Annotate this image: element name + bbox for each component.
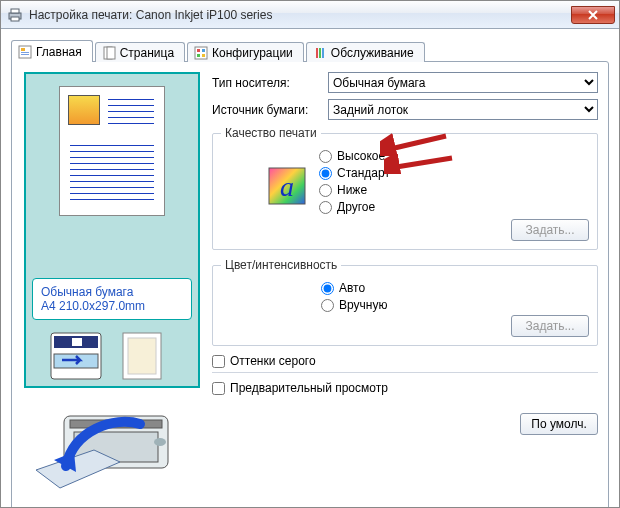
quality-high-radio[interactable] — [319, 150, 332, 163]
quality-icon: a — [267, 166, 307, 209]
svg-rect-5 — [21, 52, 29, 53]
media-type-select[interactable]: Обычная бумага — [328, 72, 598, 93]
preview-checkbox[interactable] — [212, 382, 225, 395]
grayscale-checkbox[interactable] — [212, 355, 225, 368]
main-panel: Обычная бумага A4 210.0x297.0mm — [11, 61, 609, 508]
preview-frame: Обычная бумага A4 210.0x297.0mm — [24, 72, 200, 388]
quality-legend: Качество печати — [221, 126, 321, 140]
svg-rect-2 — [11, 17, 19, 21]
quality-group: Качество печати — [212, 126, 598, 250]
tab-label: Обслуживание — [331, 46, 414, 60]
quality-low-radio[interactable] — [319, 184, 332, 197]
printer-icon — [7, 7, 23, 23]
titlebar: Настройка печати: Canon Inkjet iP100 ser… — [1, 1, 619, 29]
color-group: Цвет/интенсивность Авто Вручную Задать..… — [212, 258, 598, 346]
quality-set-button[interactable]: Задать... — [511, 219, 589, 241]
quality-standard-label: Стандарт — [337, 166, 390, 180]
svg-rect-9 — [195, 47, 207, 59]
svg-rect-4 — [21, 48, 25, 51]
color-set-button[interactable]: Задать... — [511, 315, 589, 337]
svg-rect-10 — [197, 49, 200, 52]
tab-label: Конфигурации — [212, 46, 293, 60]
paper-size-text: A4 210.0x297.0mm — [41, 299, 183, 313]
tab-service[interactable]: Обслуживание — [306, 42, 425, 62]
svg-text:a: a — [280, 171, 294, 202]
svg-rect-8 — [107, 47, 115, 59]
tab-main[interactable]: Главная — [11, 40, 93, 62]
tab-label: Главная — [36, 45, 82, 59]
svg-rect-6 — [21, 54, 29, 55]
tab-page[interactable]: Страница — [95, 42, 185, 62]
color-auto-radio[interactable] — [321, 282, 334, 295]
color-legend: Цвет/интенсивность — [221, 258, 341, 272]
svg-rect-12 — [197, 54, 200, 57]
media-type-label: Тип носителя: — [212, 76, 328, 90]
paper-preview — [59, 86, 165, 216]
svg-rect-13 — [202, 54, 205, 57]
defaults-button[interactable]: По умолч. — [520, 413, 598, 435]
feed-thumb-2[interactable] — [122, 332, 174, 380]
feed-thumb-1[interactable] — [50, 332, 102, 380]
quality-standard-radio[interactable] — [319, 167, 332, 180]
tab-label: Страница — [120, 46, 174, 60]
svg-rect-19 — [72, 338, 82, 346]
svg-rect-14 — [316, 48, 318, 58]
svg-marker-27 — [36, 450, 120, 488]
quality-high-label: Высокое — [337, 149, 385, 163]
tab-strip: Главная Страница Конфигурации Обслуживан… — [11, 37, 609, 61]
svg-rect-15 — [319, 48, 321, 58]
color-manual-label: Вручную — [339, 298, 387, 312]
preview-label: Предварительный просмотр — [230, 381, 388, 395]
paper-type-text: Обычная бумага — [41, 285, 183, 299]
paper-source-select[interactable]: Задний лоток — [328, 99, 598, 120]
svg-rect-11 — [202, 49, 205, 52]
window-title: Настройка печати: Canon Inkjet iP100 ser… — [29, 8, 272, 22]
close-button[interactable] — [571, 6, 615, 24]
quality-low-label: Ниже — [337, 183, 367, 197]
svg-rect-16 — [322, 48, 324, 58]
quality-other-label: Другое — [337, 200, 375, 214]
paper-source-label: Источник бумаги: — [212, 103, 328, 117]
svg-rect-1 — [11, 9, 19, 13]
quality-other-radio[interactable] — [319, 201, 332, 214]
printer-illustration — [24, 398, 200, 497]
svg-point-26 — [154, 438, 166, 446]
grayscale-label: Оттенки серого — [230, 354, 316, 368]
color-manual-radio[interactable] — [321, 299, 334, 312]
svg-rect-22 — [128, 338, 156, 374]
tab-config[interactable]: Конфигурации — [187, 42, 304, 62]
color-auto-label: Авто — [339, 281, 365, 295]
paper-info: Обычная бумага A4 210.0x297.0mm — [32, 278, 192, 320]
